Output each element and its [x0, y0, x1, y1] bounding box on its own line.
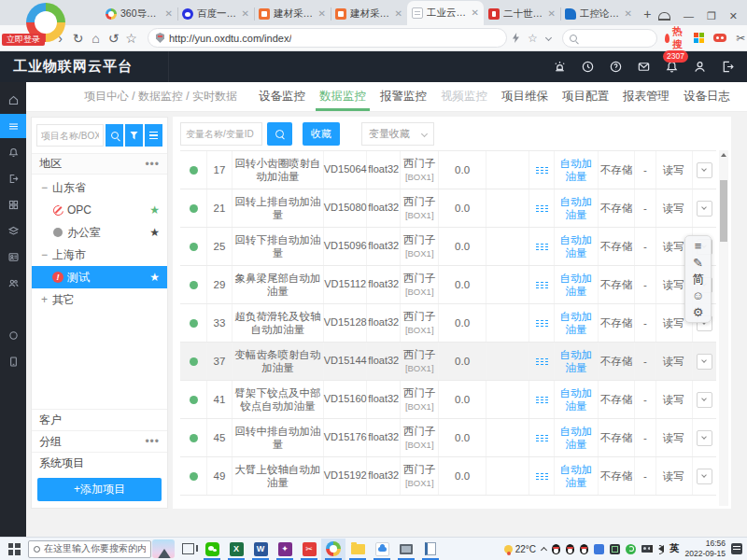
- screenshot-scissors-icon[interactable]: ✂: [736, 32, 745, 45]
- tab-close-icon[interactable]: ✕: [318, 9, 326, 19]
- browser-search-input[interactable]: [581, 32, 650, 44]
- ime-settings-icon[interactable]: ⚙: [693, 306, 704, 318]
- browser-search-box[interactable]: [562, 29, 657, 48]
- taskbar-clock[interactable]: 16:56 2022-09-15: [685, 539, 726, 558]
- table-row[interactable]: 37 变幅齿条喷射自动加油量 VD15144 float32 西门子 [BOX1…: [180, 343, 716, 381]
- task-view-button[interactable]: [176, 539, 200, 560]
- add-project-button[interactable]: +添加项目: [37, 478, 162, 501]
- group-section[interactable]: 分组 •••: [32, 430, 167, 452]
- row-expand-button[interactable]: [697, 354, 712, 370]
- trend-lines-icon[interactable]: [536, 397, 548, 403]
- tree-node[interactable]: − ! 山东省 ★: [32, 176, 167, 199]
- row-expand-button[interactable]: [697, 162, 712, 178]
- favorite-page-icon[interactable]: ☆: [528, 33, 538, 44]
- taskbar-explorer[interactable]: [345, 539, 370, 560]
- tab-close-icon[interactable]: ✕: [165, 9, 173, 19]
- table-row[interactable]: 49 大臂上铰轴自动加油量 VD15192 float32 西门子 [BOX1]…: [180, 457, 716, 496]
- taskbar-purple-app[interactable]: ✦: [273, 539, 297, 560]
- taskbar-red-app[interactable]: ✂: [297, 539, 321, 560]
- nav-tab[interactable]: 设备日志: [684, 82, 730, 111]
- favorite-star-icon[interactable]: ★: [149, 272, 160, 283]
- customer-section[interactable]: 客户: [32, 409, 167, 430]
- home-icon[interactable]: ⌂: [87, 31, 105, 46]
- login-badge[interactable]: 立即登录: [2, 34, 45, 46]
- logout-icon[interactable]: [720, 59, 736, 75]
- help-icon[interactable]: [608, 59, 624, 75]
- bookmark-star-icon[interactable]: ☆: [122, 31, 140, 46]
- ime-pen-icon[interactable]: ✎: [693, 257, 703, 269]
- favorite-star-icon[interactable]: ★: [149, 204, 160, 216]
- trend-lines-icon[interactable]: [536, 167, 548, 174]
- variable-favorite-select[interactable]: 变量收藏: [361, 122, 434, 146]
- tab-close-icon[interactable]: ✕: [242, 9, 249, 19]
- region-section-header[interactable]: 地区 •••: [32, 153, 167, 175]
- browser-theme-icon[interactable]: [658, 12, 670, 21]
- browser-tab[interactable]: 工控论坛_专业自动化 ✕: [560, 3, 637, 25]
- group-link[interactable]: 自动加油量: [555, 151, 599, 189]
- browser-tab[interactable]: 百度一下，你就知道 ✕: [177, 3, 254, 25]
- ime-menu-icon[interactable]: ≡: [695, 240, 702, 252]
- tree-node[interactable]: ! 办公室 ★: [32, 221, 167, 244]
- trend-lines-icon[interactable]: [536, 358, 548, 365]
- tree-node[interactable]: ! 测试 ★: [32, 266, 167, 288]
- rail-home-icon[interactable]: [0, 88, 26, 112]
- tab-close-icon[interactable]: ✕: [625, 9, 632, 19]
- row-expand-button[interactable]: [697, 430, 712, 446]
- tree-toggle-icon[interactable]: −: [41, 248, 52, 261]
- table-row[interactable]: 29 象鼻梁尾部自动加油量 VD15112 float32 西门子 [BOX1]…: [180, 266, 716, 304]
- trend-lines-icon[interactable]: [536, 435, 548, 441]
- rail-user-card-icon[interactable]: [0, 245, 26, 269]
- ime-lang-toggle[interactable]: 简: [693, 273, 704, 285]
- window-maximize-button[interactable]: ❐: [707, 11, 716, 21]
- table-row[interactable]: 21 回转上排自动加油量 VD15080 float32 西门子 [BOX1] …: [180, 189, 716, 228]
- rail-users-icon[interactable]: [0, 271, 26, 295]
- nav-tab[interactable]: 报表管理: [623, 82, 669, 111]
- notification-center-icon[interactable]: [731, 543, 742, 554]
- user-icon[interactable]: [692, 59, 708, 75]
- qq-icon[interactable]: [566, 544, 574, 554]
- tray-security-icon[interactable]: [626, 544, 636, 554]
- tree-node[interactable]: − ! 上海市 ★: [32, 244, 167, 266]
- mail-icon[interactable]: [636, 59, 652, 75]
- qq-icon[interactable]: [552, 544, 560, 554]
- tray-expand-icon[interactable]: [541, 546, 547, 553]
- group-link[interactable]: 自动加油量: [555, 304, 599, 342]
- project-search-button[interactable]: [106, 124, 123, 147]
- rail-device-icon[interactable]: [0, 349, 26, 373]
- history-clock-icon[interactable]: [580, 59, 596, 75]
- tree-node[interactable]: ! OPC ★: [32, 199, 167, 221]
- browser-tab[interactable]: 建材采购网-建材B2B ✕: [254, 3, 331, 25]
- notification-bell-icon[interactable]: 2307: [664, 59, 680, 75]
- tray-blue-app-icon[interactable]: [594, 544, 604, 554]
- qq-icon[interactable]: [580, 544, 588, 554]
- tree-toggle-icon[interactable]: +: [41, 293, 52, 306]
- rail-data-monitor-icon[interactable]: [0, 114, 26, 138]
- nav-tab[interactable]: 视频监控: [441, 82, 487, 111]
- variable-search-button[interactable]: [267, 122, 292, 146]
- table-row[interactable]: 41 臂架下铰点及中部铰点自动加油量 VD15160 float32 西门子 […: [180, 381, 716, 419]
- trend-lines-icon[interactable]: [536, 282, 548, 288]
- nav-tab[interactable]: 项目维保: [501, 82, 548, 111]
- rail-bell-icon[interactable]: [0, 140, 26, 164]
- chevron-down-icon[interactable]: [545, 35, 552, 41]
- group-link[interactable]: 自动加油量: [555, 266, 599, 303]
- site-security-shield-icon[interactable]: [156, 33, 164, 43]
- row-expand-button[interactable]: [697, 201, 712, 217]
- browser-tab[interactable]: 建材采购网-用户后台 ✕: [331, 3, 407, 25]
- tree-node[interactable]: + ! 其它 ★: [32, 288, 167, 311]
- system-project-section[interactable]: 系统项目: [32, 452, 167, 473]
- table-row[interactable]: 17 回转小齿圈喷射自动加油量 VD15064 float32 西门子 [BOX…: [180, 151, 716, 189]
- project-search-input[interactable]: [36, 124, 104, 147]
- new-tab-button[interactable]: +: [637, 7, 658, 25]
- tab-close-icon[interactable]: ✕: [548, 9, 556, 19]
- hot-search[interactable]: 热搜: [665, 25, 685, 51]
- row-expand-button[interactable]: [697, 469, 712, 484]
- taskbar-notepad[interactable]: [418, 539, 443, 560]
- window-minimize-button[interactable]: —: [684, 11, 694, 21]
- rail-dashboard-icon[interactable]: [0, 192, 26, 217]
- favorite-button[interactable]: 收藏: [303, 122, 340, 146]
- tab-close-icon[interactable]: ✕: [472, 8, 479, 18]
- browser-tab[interactable]: 二十世纪华语经典电影 ✕: [484, 3, 560, 25]
- group-link[interactable]: 自动加油量: [555, 457, 599, 495]
- address-bar[interactable]: http://yun.oxdtu.com/index/: [148, 28, 507, 48]
